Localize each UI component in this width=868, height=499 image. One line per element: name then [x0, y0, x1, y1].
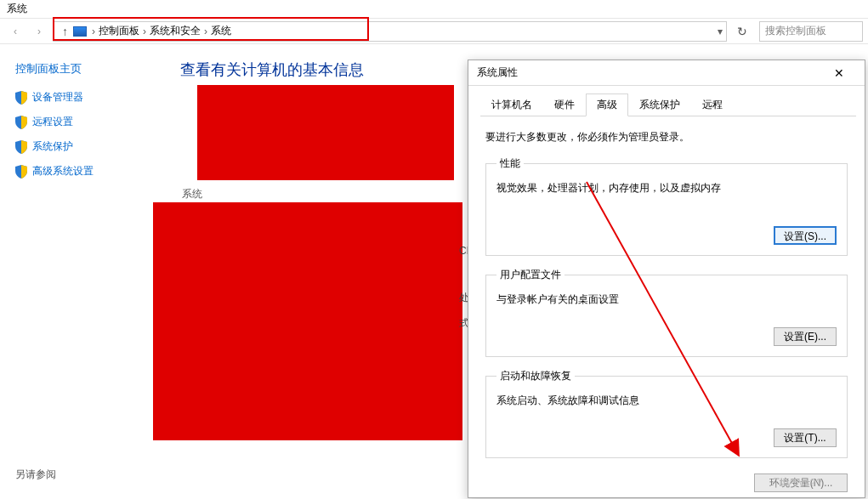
- chevron-down-icon[interactable]: ▾: [718, 26, 723, 37]
- fieldset-performance: 性能 视觉效果，处理器计划，内存使用，以及虚拟内存 设置(S)...: [485, 156, 848, 256]
- shield-icon: [15, 165, 27, 179]
- legend-performance: 性能: [496, 156, 524, 171]
- startup-recovery-settings-button[interactable]: 设置(T)...: [774, 428, 837, 447]
- sidebar-item-label: 远程设置: [32, 115, 73, 129]
- window-title-bar: 系统: [0, 0, 868, 19]
- dialog-title: 系统属性: [477, 65, 518, 80]
- sidebar-home-link[interactable]: 控制面板主页: [15, 61, 168, 77]
- chevron-right-icon: ›: [139, 26, 150, 37]
- breadcrumb-leaf[interactable]: 系统: [211, 24, 231, 38]
- sidebar-item-label: 系统保护: [32, 139, 73, 154]
- location-bar: ‹ › ↑ › 控制面板 › 系统和安全 › 系统 ▾ ↻ 搜索控制面板: [0, 19, 868, 44]
- search-input[interactable]: 搜索控制面板: [759, 21, 863, 42]
- performance-desc: 视觉效果，处理器计划，内存使用，以及虚拟内存: [496, 181, 837, 196]
- sidebar: 控制面板主页 设备管理器 远程设置 系统保护 高级系统设置 另请参阅: [0, 44, 168, 499]
- sidebar-item-remote-settings[interactable]: 远程设置: [15, 115, 168, 129]
- tab-advanced[interactable]: 高级: [586, 94, 628, 116]
- nav-up-icon[interactable]: ↑: [57, 25, 73, 38]
- tab-hardware[interactable]: 硬件: [543, 94, 586, 116]
- dialog-title-bar[interactable]: 系统属性 ✕: [468, 60, 865, 86]
- sidebar-item-system-protection[interactable]: 系统保护: [15, 139, 168, 154]
- shield-icon: [15, 116, 27, 129]
- window-title: 系统: [7, 2, 27, 16]
- sidebar-item-label: 高级系统设置: [32, 164, 94, 179]
- nav-back-icon[interactable]: ‹: [5, 21, 26, 42]
- chevron-right-icon: ›: [201, 26, 211, 37]
- tab-computer-name[interactable]: 计算机名: [480, 94, 543, 116]
- environment-variables-button[interactable]: 环境变量(N)... dV5vs??: [754, 473, 848, 492]
- computer-icon: [73, 26, 87, 37]
- search-placeholder: 搜索控制面板: [765, 24, 826, 38]
- see-also-heading: 另请参阅: [15, 468, 168, 482]
- close-icon[interactable]: ✕: [822, 66, 856, 80]
- shield-icon: [15, 140, 27, 154]
- admin-note: 要进行大多数更改，你必须作为管理员登录。: [485, 130, 848, 145]
- chevron-right-icon: ›: [88, 26, 99, 37]
- sidebar-item-advanced-system-settings[interactable]: 高级系统设置: [15, 164, 168, 179]
- tab-remote[interactable]: 远程: [691, 94, 734, 116]
- env-btn-label: 环境变量(N)...: [769, 477, 833, 489]
- performance-settings-button[interactable]: 设置(S)...: [774, 226, 837, 245]
- startup-recovery-desc: 系统启动、系统故障和调试信息: [496, 394, 837, 408]
- shield-icon: [15, 91, 27, 105]
- tab-system-protection[interactable]: 系统保护: [628, 94, 691, 116]
- redaction-block: [197, 85, 454, 180]
- refresh-icon[interactable]: ↻: [732, 21, 752, 42]
- sidebar-item-label: 设备管理器: [32, 90, 83, 105]
- user-profiles-settings-button[interactable]: 设置(E)...: [774, 327, 837, 346]
- breadcrumb-root[interactable]: 控制面板: [99, 24, 139, 38]
- legend-startup-recovery: 启动和故障恢复: [496, 369, 575, 383]
- system-properties-dialog: 系统属性 ✕ 计算机名 硬件 高级 系统保护 远程 要进行大多数更改，你必须作为…: [468, 60, 865, 498]
- fieldset-startup-recovery: 启动和故障恢复 系统启动、系统故障和调试信息 设置(T)...: [485, 369, 848, 458]
- fieldset-user-profiles: 用户配置文件 与登录帐户有关的桌面设置 设置(E)...: [485, 268, 848, 357]
- user-profiles-desc: 与登录帐户有关的桌面设置: [496, 292, 837, 307]
- section-label-system: 系统: [182, 187, 202, 201]
- nav-forward-icon[interactable]: ›: [29, 21, 49, 42]
- legend-user-profiles: 用户配置文件: [496, 268, 564, 282]
- breadcrumb-mid[interactable]: 系统和安全: [150, 24, 201, 38]
- redaction-block: [153, 202, 462, 440]
- sidebar-item-device-manager[interactable]: 设备管理器: [15, 90, 168, 105]
- dialog-tabs: 计算机名 硬件 高级 系统保护 远程: [480, 93, 856, 116]
- breadcrumb[interactable]: ↑ › 控制面板 › 系统和安全 › 系统 ▾: [53, 21, 727, 42]
